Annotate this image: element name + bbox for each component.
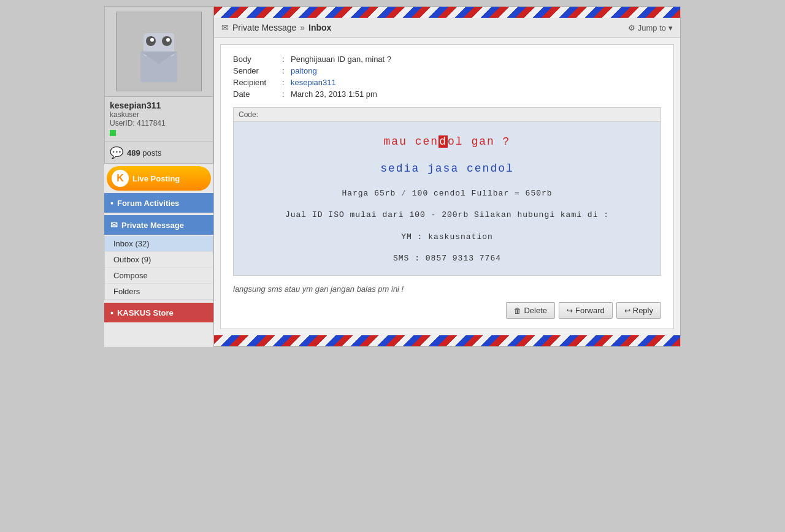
delete-button[interactable]: 🗑 Delete <box>506 302 555 319</box>
forum-activities-icon: ▪ <box>110 198 113 208</box>
live-posting-section: K Live Posting <box>104 166 213 191</box>
sidebar: kesepian311 kaskuser UserID: 4117841 💬 4… <box>104 6 213 347</box>
pm-header-icon: ✉ <box>221 23 229 32</box>
code-label: Code: <box>234 108 661 122</box>
private-message-icon: ✉ <box>110 220 118 230</box>
folders-link[interactable]: Folders <box>105 284 213 300</box>
breadcrumb-separator: » <box>300 23 305 32</box>
live-posting-icon: K <box>112 170 129 187</box>
code-line-3: Harga 65rb ⁄ 100 cendol Fullbar = 650rb <box>342 186 552 200</box>
pm-header: ✉ Private Message » Inbox ⚙ Jump to ▾ <box>214 18 680 38</box>
meta-recipient-row: Recipient : kesepian311 <box>233 78 661 87</box>
user-role: kaskuser <box>110 110 208 119</box>
kaskus-store-label: KASKUS Store <box>117 308 174 317</box>
message-footer: langsung sms atau ym gan jangan balas pm… <box>233 284 661 294</box>
recipient-value: kesepian311 <box>291 78 336 87</box>
code-content: mau cendol gan ? sedia jasa cendol Harga… <box>234 122 661 275</box>
date-value: March 23, 2013 1:51 pm <box>291 89 377 99</box>
forward-label: Forward <box>575 306 605 315</box>
code-line-6: SMS : 0857 9313 7764 <box>393 251 501 265</box>
main-content: ✉ Private Message » Inbox ⚙ Jump to ▾ Bo… <box>213 6 681 347</box>
user-id: UserID: 4117841 <box>110 119 208 127</box>
pm-header-title: Private Message <box>232 23 296 32</box>
post-count-bar: 💬 489 posts <box>104 142 213 164</box>
private-message-subnav: Inbox (32) Outbox (9) Compose Folders <box>104 236 213 300</box>
private-message-section: ✉ Private Message Inbox (32) Outbox (9) … <box>104 215 213 300</box>
gear-icon: ⚙ <box>628 23 635 32</box>
envelope-border-bottom <box>214 335 680 346</box>
user-info: kesepian311 kaskuser UserID: 4117841 <box>104 97 213 142</box>
kaskus-store-section: ▪ KASKUS Store <box>104 303 213 322</box>
inbox-link[interactable]: Inbox (32) <box>105 236 213 252</box>
svg-point-4 <box>150 38 154 42</box>
avatar-section <box>104 6 213 97</box>
avatar <box>116 12 202 91</box>
live-posting-label: Live Posting <box>132 174 180 183</box>
code-line-5: YM : kaskusnation <box>401 230 493 244</box>
post-count-text: 489 posts <box>127 148 161 158</box>
pm-title: ✉ Private Message » Inbox <box>221 23 331 32</box>
reply-label: Reply <box>633 306 653 315</box>
message-area: Body : Penghijauan ID gan, minat ? Sende… <box>220 44 674 329</box>
code-line-4: Jual ID ISO mulai dari 100 - 200rb Silak… <box>285 208 609 222</box>
meta-sender-row: Sender : paitong <box>233 66 661 75</box>
code-line-1: mau cendol gan ? <box>384 132 511 151</box>
reply-icon: ↩ <box>624 306 630 315</box>
body-label: Body <box>233 55 282 64</box>
date-label: Date <box>233 89 282 99</box>
outbox-link[interactable]: Outbox (9) <box>105 252 213 268</box>
recipient-label: Recipient <box>233 78 282 87</box>
kaskus-store-header[interactable]: ▪ KASKUS Store <box>104 303 213 322</box>
delete-label: Delete <box>524 306 547 315</box>
message-meta: Body : Penghijauan ID gan, minat ? Sende… <box>233 55 661 99</box>
chevron-down-icon: ▾ <box>668 23 673 32</box>
forum-activities-label: Forum Activities <box>117 199 179 208</box>
sender-label: Sender <box>233 66 282 75</box>
svg-point-5 <box>166 38 170 42</box>
envelope-border-top <box>214 7 680 18</box>
forward-button[interactable]: ↪ Forward <box>559 302 613 319</box>
live-posting-button[interactable]: K Live Posting <box>107 166 211 191</box>
avatar-image <box>128 18 190 85</box>
kaskus-store-icon: ▪ <box>110 308 113 317</box>
reply-button[interactable]: ↩ Reply <box>616 302 661 319</box>
meta-date-row: Date : March 23, 2013 1:51 pm <box>233 89 661 99</box>
private-message-header[interactable]: ✉ Private Message <box>104 215 213 235</box>
online-indicator <box>110 130 116 136</box>
forum-activities-header[interactable]: ▪ Forum Activities <box>104 193 213 213</box>
jump-to[interactable]: ⚙ Jump to ▾ <box>628 23 673 32</box>
sender-value: paitong <box>291 66 317 75</box>
code-line-2: sedia jasa cendol <box>380 159 514 178</box>
action-buttons: 🗑 Delete ↪ Forward ↩ Reply <box>233 302 661 319</box>
sender-link[interactable]: paitong <box>291 66 317 75</box>
breadcrumb-inbox[interactable]: Inbox <box>308 23 331 32</box>
username[interactable]: kesepian311 <box>110 101 208 110</box>
compose-link[interactable]: Compose <box>105 268 213 284</box>
private-message-label: Private Message <box>121 221 184 230</box>
code-block: Code: mau cendol gan ? sedia jasa cendol… <box>233 107 661 276</box>
forum-activities-section: ▪ Forum Activities <box>104 193 213 213</box>
delete-icon: 🗑 <box>514 306 521 315</box>
comment-icon: 💬 <box>110 146 123 159</box>
body-value: Penghijauan ID gan, minat ? <box>291 55 391 64</box>
recipient-link[interactable]: kesepian311 <box>291 78 336 87</box>
jump-to-label: Jump to <box>638 23 666 32</box>
forward-icon: ↪ <box>567 306 573 315</box>
meta-body-row: Body : Penghijauan ID gan, minat ? <box>233 55 661 64</box>
